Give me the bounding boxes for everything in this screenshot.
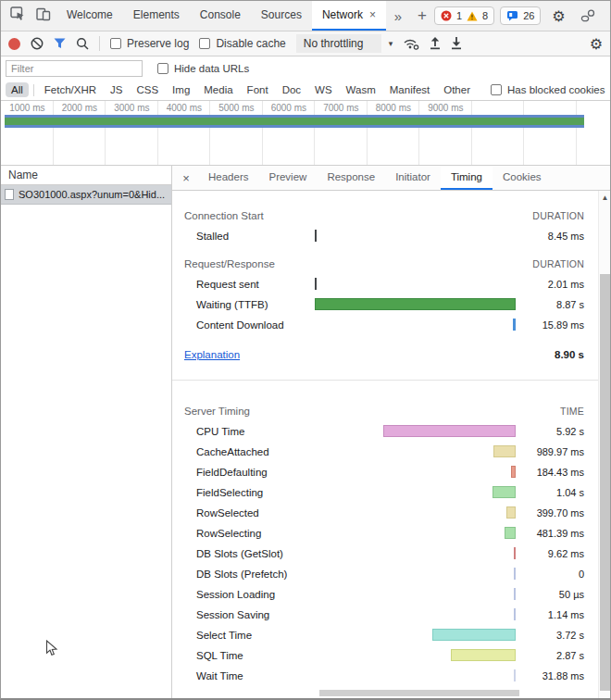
timeline-tick: 4000 ms	[155, 103, 206, 113]
search-icon[interactable]	[76, 37, 89, 50]
more-tabs-button[interactable]: »	[386, 1, 410, 31]
timing-row-label: Stalled	[196, 231, 229, 242]
main-tabbar: WelcomeElementsConsoleSourcesNetwork× » …	[1, 1, 610, 31]
detail-tab-timing[interactable]: Timing	[441, 166, 493, 190]
tab-welcome[interactable]: Welcome	[56, 1, 123, 31]
filter-chip-css[interactable]: CSS	[131, 82, 164, 97]
filter-chip-ws[interactable]: WS	[309, 82, 338, 97]
timing-row-value: 0	[482, 569, 584, 580]
timing-row-waiting-ttfb: Waiting (TTFB)8.87 s	[172, 294, 598, 315]
timing-row-cacheattached: CacheAttached989.97 ms	[172, 442, 598, 462]
vertical-scrollbar-thumb[interactable]	[600, 274, 610, 691]
timing-content: Connection StartDURATIONStalled8.45 msRe…	[172, 191, 598, 698]
filter-chip-manifest[interactable]: Manifest	[384, 82, 435, 97]
has-blocked-cookies-label: Has blocked cookies	[507, 84, 605, 95]
tab-label: Network	[322, 8, 363, 21]
request-type-filters: AllFetch/XHRJSCSSImgMediaFontDocWSWasmMa…	[1, 80, 610, 101]
filter-chip-wasm[interactable]: Wasm	[341, 82, 381, 97]
import-har-icon[interactable]	[430, 37, 441, 50]
network-settings-button[interactable]: ⚙	[590, 35, 603, 53]
network-overview[interactable]: 1000 ms2000 ms3000 ms4000 ms5000 ms6000 …	[1, 101, 610, 166]
timing-row-value: 8.87 s	[482, 299, 584, 310]
request-row[interactable]: SO301000.aspx?unum=0&Hid...	[1, 185, 171, 205]
filter-chip-fetch-xhr[interactable]: Fetch/XHR	[39, 82, 102, 97]
throttling-select[interactable]: No throttling ▾	[296, 34, 393, 53]
timing-row-rowselected: RowSelected399.70 ms	[172, 503, 598, 523]
inspect-cursor-icon	[10, 6, 26, 25]
close-details-button[interactable]: ×	[174, 166, 198, 190]
filter-input[interactable]	[6, 60, 143, 77]
warning-icon	[467, 11, 478, 21]
filter-chip-doc[interactable]: Doc	[277, 82, 306, 97]
timing-row-stalled: Stalled8.45 ms	[172, 226, 598, 246]
filter-chip-img[interactable]: Img	[167, 82, 195, 97]
timing-panel: Connection StartDURATIONStalled8.45 msRe…	[172, 191, 610, 698]
timeline-tick: 7000 ms	[312, 103, 364, 113]
timing-row-value: 481.39 ms	[482, 528, 584, 539]
detail-tab-initiator[interactable]: Initiator	[385, 166, 441, 190]
record-icon[interactable]	[8, 38, 20, 50]
preserve-log-checkbox[interactable]	[110, 38, 121, 49]
filter-chip-js[interactable]: JS	[105, 82, 128, 97]
clear-icon[interactable]	[31, 37, 44, 50]
settings-button[interactable]: ⚙	[546, 7, 570, 25]
timing-row-label: Select Time	[196, 630, 252, 641]
detail-tab-headers[interactable]: Headers	[198, 166, 258, 190]
timing-row-content-download: Content Download15.89 ms	[172, 315, 598, 335]
disable-cache-toggle[interactable]: Disable cache	[199, 37, 285, 50]
filter-chip-font[interactable]: Font	[242, 82, 274, 97]
has-blocked-cookies-checkbox[interactable]	[491, 84, 502, 95]
filter-funnel-icon[interactable]	[54, 38, 66, 49]
timing-row-value: 399.70 ms	[482, 507, 584, 519]
timing-bar	[315, 278, 317, 290]
filter-chip-media[interactable]: Media	[198, 82, 238, 97]
tab-network[interactable]: Network×	[312, 1, 386, 31]
scroll-up-icon[interactable]: ▲	[599, 194, 610, 202]
timing-row-cpu-time: CPU Time5.92 s	[172, 421, 598, 442]
hide-data-urls-checkbox[interactable]	[157, 63, 168, 74]
timing-section-request-response: Request/ResponseDURATIONRequest sent2.01…	[172, 254, 598, 335]
timing-row-label: FieldDefaulting	[196, 467, 268, 478]
timing-row-value: 9.62 ms	[482, 548, 584, 559]
main-tabs: WelcomeElementsConsoleSourcesNetwork×	[56, 1, 386, 31]
hide-data-urls-toggle[interactable]: Hide data URLs	[157, 63, 249, 74]
explanation-link[interactable]: Explanation	[184, 349, 240, 360]
disable-cache-checkbox[interactable]	[199, 38, 210, 49]
timing-row-label: SQL Time	[196, 650, 243, 661]
filter-chip-other[interactable]: Other	[438, 82, 476, 97]
timing-row-value: 1.14 ms	[482, 609, 584, 620]
detail-tab-preview[interactable]: Preview	[258, 166, 317, 190]
detail-tab-cookies[interactable]: Cookies	[493, 166, 552, 190]
device-toolbar-button[interactable]	[31, 1, 56, 31]
network-toolbar: Preserve log Disable cache No throttling…	[1, 31, 610, 56]
close-tab-icon[interactable]: ×	[369, 8, 376, 21]
menu-button[interactable]: ⋯	[605, 7, 611, 24]
profile-sync-button[interactable]	[576, 9, 600, 22]
network-conditions-icon[interactable]	[403, 37, 419, 50]
filter-chip-all[interactable]: All	[6, 82, 29, 97]
tab-elements[interactable]: Elements	[123, 1, 190, 31]
errors-warnings-badge[interactable]: 1 8	[434, 6, 494, 25]
timing-row-value: 2.01 ms	[482, 279, 584, 290]
name-column-header[interactable]: Name	[1, 166, 171, 185]
timeline-tick: 6000 ms	[259, 103, 311, 113]
inspect-element-button[interactable]	[5, 1, 31, 31]
timing-row-label: DB Slots (GetSlot)	[196, 548, 283, 559]
horizontal-scrollbar-thumb[interactable]	[319, 690, 519, 696]
add-tab-button[interactable]: +	[410, 1, 434, 31]
issues-badge[interactable]: 26	[500, 6, 541, 25]
timing-row-label: Content Download	[196, 319, 284, 331]
has-blocked-cookies-toggle[interactable]: Has blocked cookies	[491, 84, 605, 95]
timeline-tick: 8000 ms	[364, 103, 416, 113]
tab-sources[interactable]: Sources	[251, 1, 312, 31]
preserve-log-toggle[interactable]: Preserve log	[110, 37, 189, 50]
timing-section-title: Connection Start	[184, 210, 264, 221]
tab-console[interactable]: Console	[190, 1, 251, 31]
vertical-scrollbar[interactable]: ▲	[598, 191, 610, 698]
timing-row-value: 5.92 s	[482, 426, 584, 437]
timing-column-header: DURATION	[532, 258, 584, 269]
disable-cache-label: Disable cache	[216, 37, 285, 50]
issues-icon	[506, 10, 518, 21]
detail-tab-response[interactable]: Response	[317, 166, 385, 190]
export-har-icon[interactable]	[451, 37, 462, 50]
